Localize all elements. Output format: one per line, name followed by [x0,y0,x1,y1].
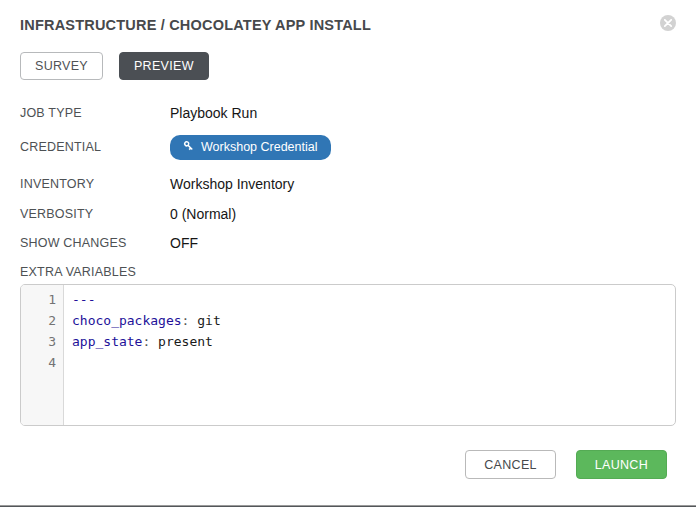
tab-preview[interactable]: PREVIEW [119,52,209,80]
inventory-value: Workshop Inventory [170,176,294,192]
verbosity-value: 0 (Normal) [170,206,236,222]
tab-survey[interactable]: SURVEY [20,52,103,80]
inventory-label: INVENTORY [20,177,170,191]
launch-button[interactable]: LAUNCH [576,450,667,479]
yaml-value: present [150,334,213,349]
verbosity-label: VERBOSITY [20,207,170,221]
job-type-label: JOB TYPE [20,106,170,120]
detail-row-inventory: INVENTORY Workshop Inventory [20,174,676,194]
extra-variables-label: EXTRA VARIABLES [20,265,676,279]
yaml-value: git [189,313,220,328]
yaml-doc-separator: --- [72,292,95,307]
code-line-2: choco_packages: git [72,310,675,331]
line-number: 4 [21,352,56,373]
code-line-4 [72,352,675,373]
line-number: 2 [21,310,56,331]
detail-row-credential: CREDENTIAL Workshop Credential [20,134,676,160]
credential-badge-label: Workshop Credential [201,140,318,154]
line-number: 3 [21,331,56,352]
cancel-button[interactable]: CANCEL [465,450,556,479]
window-bottom-edge [0,505,696,507]
credential-badge[interactable]: Workshop Credential [170,135,331,160]
code-line-3: app_state: present [72,331,675,352]
job-type-value: Playbook Run [170,105,257,121]
modal-title: INFRASTRUCTURE / CHOCOLATEY APP INSTALL [20,15,676,35]
line-number: 1 [21,289,56,310]
modal-footer: CANCEL LAUNCH [20,450,676,479]
detail-row-verbosity: VERBOSITY 0 (Normal) [20,204,676,224]
yaml-key: choco_packages [72,313,182,328]
credential-label: CREDENTIAL [20,140,170,154]
modal-header: INFRASTRUCTURE / CHOCOLATEY APP INSTALL [20,15,676,35]
launch-preview-modal: INFRASTRUCTURE / CHOCOLATEY APP INSTALL … [0,0,696,505]
tab-bar: SURVEY PREVIEW [20,52,676,80]
show-changes-value: OFF [170,235,198,251]
extra-variables-editor[interactable]: 1 2 3 4 --- choco_packages: git app_stat… [20,284,676,426]
close-icon[interactable] [660,15,676,31]
x-glyph [664,19,672,27]
key-icon [179,139,196,156]
code-line-1: --- [72,289,675,310]
editor-line-numbers: 1 2 3 4 [21,285,64,425]
job-details: JOB TYPE Playbook Run CREDENTIAL Worksho… [20,103,676,253]
show-changes-label: SHOW CHANGES [20,236,170,250]
detail-row-show-changes: SHOW CHANGES OFF [20,233,676,253]
detail-row-job-type: JOB TYPE Playbook Run [20,103,676,123]
extra-variables-section: EXTRA VARIABLES 1 2 3 4 --- choco_packag… [20,265,676,426]
yaml-key: app_state [72,334,142,349]
editor-code-area[interactable]: --- choco_packages: git app_state: prese… [64,285,675,425]
